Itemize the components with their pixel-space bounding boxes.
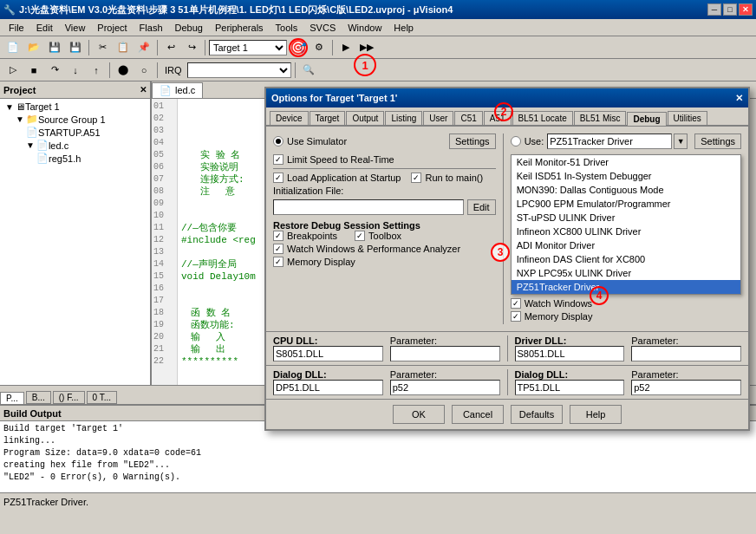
menu-tools[interactable]: Tools xyxy=(270,21,303,35)
menu-project[interactable]: Project xyxy=(92,21,132,35)
menu-debug[interactable]: Debug xyxy=(170,21,208,35)
driver-settings-button[interactable]: Settings xyxy=(694,134,741,149)
cpu-dll-input[interactable] xyxy=(273,346,383,361)
dialog-param-left-input[interactable] xyxy=(390,380,500,395)
dropdown-item-adi[interactable]: ADI Monitor Driver xyxy=(512,238,740,252)
search-button[interactable]: 🔍 xyxy=(299,62,318,79)
redo-button[interactable]: ↪ xyxy=(182,39,201,56)
dialog-param-right-input[interactable] xyxy=(631,380,741,395)
tree-item-led[interactable]: ▼ 📄 led.c xyxy=(23,139,148,152)
dropdown-item-pz51[interactable]: PZ51Tracker Driver xyxy=(512,280,740,294)
close-button[interactable]: ✕ xyxy=(739,3,753,16)
tab-target[interactable]: Target xyxy=(310,111,346,125)
tab-user[interactable]: User xyxy=(423,111,453,125)
dropdown-item-isd51[interactable]: Keil ISD51 In-System Debugger xyxy=(512,169,740,183)
cut-button[interactable]: ✂ xyxy=(93,39,112,56)
run-to-main-checkbox[interactable]: ✓ xyxy=(411,173,421,183)
menu-view[interactable]: View xyxy=(60,21,91,35)
dropdown-item-xc800[interactable]: Infineon XC800 ULINK Driver xyxy=(512,225,740,238)
breakpoints-checkbox-left[interactable]: ✓ xyxy=(273,231,284,241)
mini-tab-templates[interactable]: 0 T... xyxy=(87,391,118,404)
use-driver-radio[interactable] xyxy=(511,136,521,147)
dropdown-item-nxp[interactable]: NXP LPC95x ULINK Driver xyxy=(512,266,740,280)
tree-item-reg51[interactable]: 📄 reg51.h xyxy=(33,152,148,165)
menu-edit[interactable]: Edit xyxy=(31,21,58,35)
menu-flash[interactable]: Flash xyxy=(134,21,168,35)
translate-button[interactable]: ▶ xyxy=(336,39,355,56)
dropdown-item-mon390[interactable]: MON390: Dallas Contiguous Mode xyxy=(512,183,740,197)
debug-stop-button[interactable]: ■ xyxy=(24,62,43,79)
watch-windows-checkbox-right[interactable]: ✓ xyxy=(511,298,521,309)
help-button[interactable]: Help xyxy=(570,405,622,424)
menu-file[interactable]: File xyxy=(3,21,29,35)
step-over-button[interactable]: ↷ xyxy=(45,62,64,79)
menu-window[interactable]: Window xyxy=(342,21,387,35)
new-file-button[interactable]: 📄 xyxy=(3,39,23,56)
project-panel-close[interactable]: ✕ xyxy=(140,85,147,94)
open-button[interactable]: 📂 xyxy=(24,39,43,56)
menu-peripherals[interactable]: Peripherals xyxy=(210,21,269,35)
limit-speed-checkbox[interactable]: ✓ xyxy=(273,154,284,165)
ok-button[interactable]: OK xyxy=(393,405,445,424)
step-out-button[interactable]: ↑ xyxy=(87,62,106,79)
tab-bl51-locate[interactable]: BL51 Locate xyxy=(512,111,573,125)
tab-debug[interactable]: Debug xyxy=(627,112,666,126)
save-button[interactable]: 💾 xyxy=(45,39,64,56)
mini-tab-project[interactable]: P... xyxy=(0,392,24,404)
tab-bl51-misc[interactable]: BL51 Misc xyxy=(574,111,627,125)
use-simulator-radio[interactable] xyxy=(273,136,284,147)
driver-param-input[interactable] xyxy=(631,346,741,361)
copy-button[interactable]: 📋 xyxy=(114,39,133,56)
driver-dropdown-button[interactable]: ▼ xyxy=(674,134,688,149)
tab-led-c[interactable]: 📄 led.c xyxy=(152,82,203,98)
options-dialog[interactable]: Options for Target 'Target 1' ✕ Device T… xyxy=(264,87,750,431)
save-all-button[interactable]: 💾 xyxy=(66,39,85,56)
dropdown-item-stupsd[interactable]: ST-uPSD ULINK Driver xyxy=(512,211,740,225)
dropdown-item-das[interactable]: Infineon DAS Client for XC800 xyxy=(512,252,740,266)
cancel-button[interactable]: Cancel xyxy=(452,405,504,424)
watch-windows-checkbox-left[interactable]: ✓ xyxy=(273,244,284,254)
edit-button-left[interactable]: Edit xyxy=(467,199,496,215)
build-button[interactable]: ⚙ xyxy=(310,39,329,56)
tab-output[interactable]: Output xyxy=(346,111,384,125)
target-select[interactable]: Target 1 xyxy=(209,40,287,55)
step-in-button[interactable]: ↓ xyxy=(66,62,85,79)
toolbox-checkbox[interactable]: ✓ xyxy=(355,231,365,241)
mini-tab-functions[interactable]: () F... xyxy=(53,391,85,404)
dialog-close-button[interactable]: ✕ xyxy=(735,93,743,104)
tab-c51[interactable]: C51 xyxy=(454,111,482,125)
dialog-dll-right-input[interactable] xyxy=(515,380,625,395)
dialog-dll-left-input[interactable] xyxy=(273,380,383,395)
mini-tab-build[interactable]: B... xyxy=(26,391,51,404)
debug-start-button[interactable]: ▷ xyxy=(3,62,23,79)
tab-device[interactable]: Device xyxy=(270,111,309,125)
init-file-input[interactable] xyxy=(273,199,464,215)
driver-dll-input[interactable] xyxy=(515,346,625,361)
paste-button[interactable]: 📌 xyxy=(134,39,153,56)
tree-item-source-group[interactable]: ▼ 📁 Source Group 1 xyxy=(12,113,148,126)
driver-input[interactable] xyxy=(547,134,672,149)
defaults-button[interactable]: Defaults xyxy=(511,405,563,424)
undo-button[interactable]: ↩ xyxy=(161,39,180,56)
cpu-param-input[interactable] xyxy=(390,346,500,361)
tab-a51[interactable]: A51 xyxy=(484,111,512,125)
tree-item-startup[interactable]: 📄 STARTUP.A51 xyxy=(23,126,148,139)
tab-listing[interactable]: Listing xyxy=(385,111,422,125)
memory-display-checkbox-right[interactable]: ✓ xyxy=(511,311,521,322)
load-app-checkbox[interactable]: ✓ xyxy=(273,173,284,183)
memory-display-checkbox-left[interactable]: ✓ xyxy=(273,257,284,267)
maximize-button[interactable]: □ xyxy=(723,3,737,16)
tab-utilities[interactable]: Utilities xyxy=(668,111,707,125)
build-content[interactable]: Build target 'Target 1' linking... Progr… xyxy=(0,421,756,492)
breakpoint-button[interactable]: ⬤ xyxy=(114,62,133,79)
menu-help[interactable]: Help xyxy=(388,21,419,35)
minimize-button[interactable]: ─ xyxy=(707,3,721,16)
rebuild-button[interactable]: ▶▶ xyxy=(357,39,376,56)
dropdown-item-keil[interactable]: Keil Monitor-51 Driver xyxy=(512,155,740,169)
dropdown-item-lpc900[interactable]: LPC900 EPM Emulator/Programmer xyxy=(512,197,740,211)
settings-button[interactable]: 🎯 xyxy=(289,39,308,56)
clear-breakpoints-button[interactable]: ○ xyxy=(134,62,153,79)
irq-select[interactable] xyxy=(187,62,291,78)
menu-svcs[interactable]: SVCS xyxy=(304,21,341,35)
simulator-settings-button[interactable]: Settings xyxy=(449,134,496,149)
